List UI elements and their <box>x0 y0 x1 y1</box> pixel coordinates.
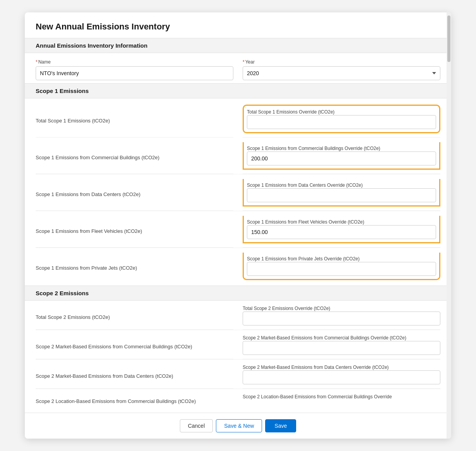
year-label: *Year <box>243 59 440 65</box>
year-required-star: * <box>243 59 245 65</box>
scope1-right-input-2[interactable] <box>247 188 436 202</box>
scope1-right-input-4[interactable] <box>247 262 436 276</box>
scope2-right-label-0: Total Scope 2 Emissions Override (tCO2e) <box>243 306 330 311</box>
scope1-left-2: Scope 1 Emissions from Data Centers (tCO… <box>36 188 140 197</box>
save-new-button[interactable]: Save & New <box>216 419 262 432</box>
name-label: *Name <box>36 59 233 65</box>
scope2-section-header: Scope 2 Emissions <box>25 286 451 301</box>
scope2-left-1: Scope 2 Market-Based Emissions from Comm… <box>36 340 192 349</box>
scope2-right-input-1[interactable] <box>243 341 440 355</box>
scope2-right-label-2: Scope 2 Market-Based Emissions from Data… <box>243 365 389 370</box>
scope1-row-0: Total Scope 1 Emissions (tCO2e) Total Sc… <box>36 100 440 138</box>
info-section-header: Annual Emissions Inventory Information <box>25 38 451 53</box>
modal: New Annual Emissions Inventory Annual Em… <box>25 12 451 439</box>
scope1-section-header: Scope 1 Emissions <box>25 83 451 98</box>
cancel-button[interactable]: Cancel <box>180 419 213 432</box>
scope2-right-label-1: Scope 2 Market-Based Emissions from Comm… <box>243 335 406 341</box>
top-fields-row: *Name *Year 2018 2019 2020 2021 2022 <box>36 53 440 83</box>
modal-title: New Annual Emissions Inventory <box>36 22 440 32</box>
scope2-row-0: Total Scope 2 Emissions (tCO2e) Total Sc… <box>36 301 440 330</box>
year-select[interactable]: 2018 2019 2020 2021 2022 <box>243 66 440 80</box>
scope2-right-input-2[interactable] <box>243 370 440 384</box>
scope1-right-label-0: Total Scope 1 Emissions Override (tCO2e) <box>247 109 335 115</box>
scope1-right-input-0[interactable] <box>247 115 436 129</box>
scope2-row-2: Scope 2 Market-Based Emissions from Data… <box>36 360 440 389</box>
scope1-right-label-2: Scope 1 Emissions from Data Centers Over… <box>247 182 363 188</box>
scrollbar-thumb <box>447 15 450 62</box>
save-button[interactable]: Save <box>265 419 296 432</box>
scope1-row-1: Scope 1 Emissions from Commercial Buildi… <box>36 138 440 174</box>
scope2-left-3: Scope 2 Location-Based Emissions from Co… <box>36 394 196 404</box>
scope1-row-2: Scope 1 Emissions from Data Centers (tCO… <box>36 174 440 211</box>
scope1-right-input-1[interactable] <box>247 151 436 165</box>
name-required-star: * <box>36 59 38 65</box>
scope2-right-input-0[interactable] <box>243 312 440 325</box>
scope2-left-0: Total Scope 2 Emissions (tCO2e) <box>36 310 110 320</box>
scope2-section: Total Scope 2 Emissions (tCO2e) Total Sc… <box>25 301 451 413</box>
scope1-row-4: Scope 1 Emissions from Private Jets (tCO… <box>36 248 440 284</box>
scope1-left-4: Scope 1 Emissions from Private Jets (tCO… <box>36 261 137 271</box>
scope1-right-label-4: Scope 1 Emissions from Private Jets Over… <box>247 256 360 262</box>
scope1-left-0: Total Scope 1 Emissions (tCO2e) <box>36 114 110 124</box>
scope1-section: Total Scope 1 Emissions (tCO2e) Total Sc… <box>25 98 451 286</box>
scope1-row-3: Scope 1 Emissions from Fleet Vehicles (t… <box>36 211 440 248</box>
scope1-right-label-3: Scope 1 Emissions from Fleet Vehicles Ov… <box>247 219 364 225</box>
scope1-left-1: Scope 1 Emissions from Commercial Buildi… <box>36 151 159 160</box>
scope1-right-input-3[interactable] <box>247 225 436 239</box>
info-section: *Name *Year 2018 2019 2020 2021 2022 <box>25 53 451 83</box>
name-input[interactable] <box>36 66 233 80</box>
scrollbar-track[interactable] <box>447 12 451 439</box>
scope1-left-3: Scope 1 Emissions from Fleet Vehicles (t… <box>36 224 142 234</box>
scope2-row-1: Scope 2 Market-Based Emissions from Comm… <box>36 330 440 360</box>
modal-footer: Cancel Save & New Save <box>25 413 451 439</box>
scope2-left-2: Scope 2 Market-Based Emissions from Data… <box>36 369 173 379</box>
scope2-row-3: Scope 2 Location-Based Emissions from Co… <box>36 389 440 413</box>
scope2-right-label-3: Scope 2 Location-Based Emissions from Co… <box>243 394 392 399</box>
year-group: *Year 2018 2019 2020 2021 2022 <box>243 59 440 80</box>
scope1-right-label-1: Scope 1 Emissions from Commercial Buildi… <box>247 146 380 151</box>
modal-header: New Annual Emissions Inventory <box>25 12 451 38</box>
name-group: *Name <box>36 59 233 80</box>
